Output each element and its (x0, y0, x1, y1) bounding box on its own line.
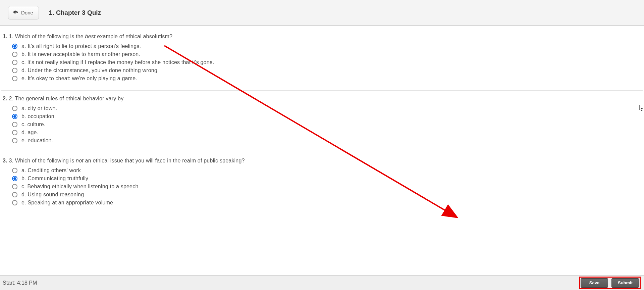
question-stem: 2. 2. The general rules of ethical behav… (3, 96, 641, 102)
options-list: a. city or town.b. occupation.c. culture… (12, 104, 641, 145)
header-bar: Done 1. Chapter 3 Quiz (0, 0, 644, 26)
option-row[interactable]: a. city or town. (12, 104, 641, 112)
save-button[interactable]: Save (581, 278, 608, 288)
question-separator (1, 153, 643, 153)
radio-icon[interactable] (12, 106, 17, 111)
question-stem-text: 2. The general rules of ethical behavior… (9, 96, 123, 101)
option-row[interactable]: d. Using sound reasoning (12, 191, 641, 199)
option-row[interactable]: d. Under the circumstances, you've done … (12, 66, 641, 75)
option-row[interactable]: e. education. (12, 137, 641, 145)
question-stem: 3. 3. Which of the following is not an e… (3, 158, 641, 164)
radio-icon[interactable] (12, 76, 17, 81)
done-button-label: Done (21, 10, 33, 15)
question-block: 3. 3. Which of the following is not an e… (0, 155, 644, 211)
radio-icon[interactable] (12, 68, 17, 73)
option-label: c. Behaving ethically when listening to … (21, 184, 138, 190)
option-row[interactable]: e. It's okay to cheat: we're only playin… (12, 75, 641, 83)
question-block: 2. 2. The general rules of ethical behav… (0, 93, 644, 149)
question-number: 3. (3, 158, 7, 163)
question-stem-text: example of ethical absolutism? (96, 34, 172, 39)
option-label: a. It's all right to lie to protect a pe… (21, 43, 141, 49)
radio-icon[interactable] (12, 130, 17, 135)
option-label: a. Crediting others' work (21, 167, 81, 174)
option-label: c. culture. (21, 122, 46, 128)
option-row[interactable]: c. culture. (12, 120, 641, 129)
option-label: a. city or town. (21, 105, 57, 111)
radio-icon[interactable] (12, 184, 17, 189)
option-row[interactable]: c. It's not really stealing if I replace… (12, 58, 641, 66)
quiz-scroll-area[interactable]: 1. 1. Which of the following is the best… (0, 26, 644, 275)
question-number: 2. (3, 96, 7, 101)
done-button[interactable]: Done (8, 6, 39, 19)
submit-button[interactable]: Submit (611, 278, 639, 288)
option-label: c. It's not really stealing if I replace… (21, 59, 214, 65)
footer-bar: Start: 4:18 PM Save Submit (0, 275, 644, 290)
footer-actions-highlight: Save Submit (579, 277, 641, 289)
option-row[interactable]: e. Speaking at an appropriate volume (12, 199, 641, 207)
question-stem-text: 3. Which of the following is (9, 158, 76, 163)
radio-icon[interactable] (12, 122, 17, 127)
option-label: e. Speaking at an appropriate volume (21, 200, 113, 206)
option-label: b. It is never acceptable to harm anothe… (21, 51, 140, 57)
option-label: b. Communicating truthfully (21, 176, 88, 182)
option-label: d. Using sound reasoning (21, 192, 84, 198)
radio-icon[interactable] (12, 60, 17, 65)
question-stem-text: 1. Which of the following is the (9, 34, 85, 39)
option-row[interactable]: c. Behaving ethically when listening to … (12, 183, 641, 191)
radio-icon[interactable] (12, 52, 17, 57)
option-row[interactable]: d. age. (12, 129, 641, 137)
page-title: 1. Chapter 3 Quiz (49, 9, 101, 16)
question-stem-em: best (85, 34, 96, 39)
option-row[interactable]: a. Crediting others' work (12, 166, 641, 175)
questions-container: 1. 1. Which of the following is the best… (0, 26, 644, 211)
option-label: d. age. (21, 130, 38, 136)
options-list: a. Crediting others' workb. Communicatin… (12, 166, 641, 207)
radio-icon[interactable] (12, 138, 17, 143)
radio-icon[interactable] (12, 176, 17, 181)
option-label: d. Under the circumstances, you've done … (21, 67, 159, 74)
option-label: e. It's okay to cheat: we're only playin… (21, 76, 137, 82)
options-list: a. It's all right to lie to protect a pe… (12, 42, 641, 83)
radio-icon[interactable] (12, 114, 17, 119)
question-number: 1. (3, 34, 7, 39)
option-label: b. occupation. (21, 113, 56, 119)
radio-icon[interactable] (12, 168, 17, 173)
question-stem-em: not (76, 158, 84, 163)
question-stem-text: an ethical issue that you will face in t… (84, 158, 245, 163)
option-row[interactable]: b. Communicating truthfully (12, 175, 641, 183)
radio-icon[interactable] (12, 192, 17, 197)
question-separator (1, 91, 643, 91)
option-row[interactable]: b. It is never acceptable to harm anothe… (12, 50, 641, 58)
start-time-label: Start: 4:18 PM (3, 280, 37, 286)
question-block: 1. 1. Which of the following is the best… (0, 31, 644, 87)
option-label: e. education. (21, 138, 53, 144)
radio-icon[interactable] (12, 44, 17, 49)
radio-icon[interactable] (12, 200, 17, 205)
question-stem: 1. 1. Which of the following is the best… (3, 34, 641, 40)
option-row[interactable]: a. It's all right to lie to protect a pe… (12, 42, 641, 50)
option-row[interactable]: b. occupation. (12, 112, 641, 120)
back-arrow-icon (12, 10, 18, 15)
